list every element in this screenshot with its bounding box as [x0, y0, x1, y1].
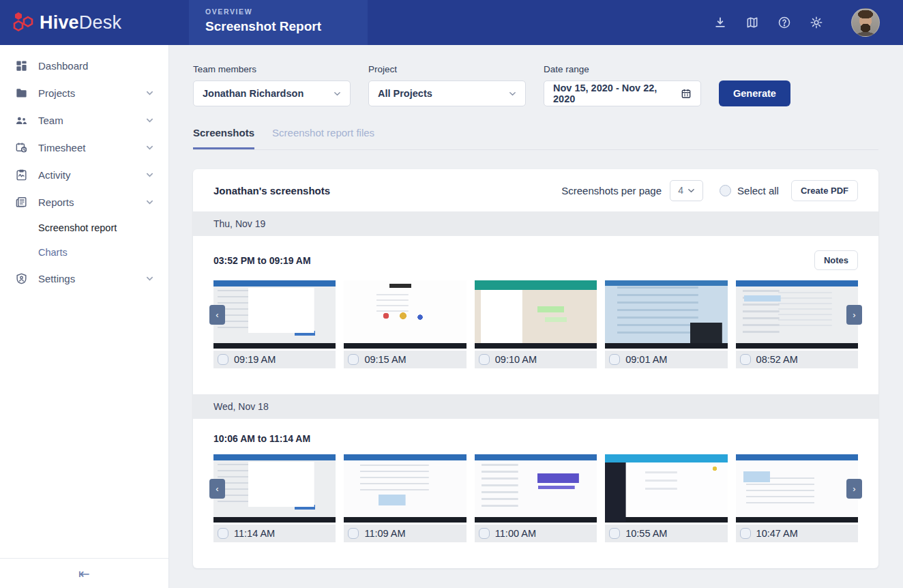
projects-folder-icon: [15, 87, 28, 100]
screenshot-checkbox[interactable]: [609, 528, 620, 539]
sidebar-item-timesheet[interactable]: Timesheet: [0, 134, 168, 161]
chevron-down-icon: [509, 90, 516, 98]
date-group-label: Thu, Nov 19: [213, 218, 265, 229]
screenshots-card: Jonathan's screenshots Screenshots per p…: [193, 169, 878, 568]
map-icon[interactable]: [745, 16, 759, 29]
calendar-icon: [681, 88, 692, 99]
select-all-checkbox[interactable]: [720, 185, 731, 196]
sidebar-item-reports[interactable]: Reports: [0, 188, 168, 216]
screenshot-time: 10:55 AM: [625, 528, 667, 539]
user-avatar[interactable]: [851, 8, 880, 37]
screenshots-row: 11:14 AM 11:09 AM 11: [213, 454, 858, 542]
screenshot-time: 11:09 AM: [364, 528, 405, 539]
screenshot-item: 09:10 AM: [475, 280, 597, 368]
screenshot-item: 08:52 AM: [736, 280, 858, 368]
tab-screenshots[interactable]: Screenshots: [193, 127, 254, 149]
screenshot-time-bar: 09:15 AM: [344, 351, 466, 368]
screenshot-thumbnail[interactable]: [736, 454, 858, 523]
sidebar-item-label: Settings: [38, 273, 75, 284]
per-page-label: Screenshots per page: [561, 185, 662, 196]
sidebar-subitem-label: Screenshot report: [38, 222, 117, 233]
chevron-down-icon: [146, 117, 153, 124]
screenshot-checkbox[interactable]: [740, 354, 751, 365]
help-icon[interactable]: [778, 16, 791, 29]
download-icon[interactable]: [713, 16, 727, 29]
screenshot-checkbox[interactable]: [348, 528, 359, 539]
date-range-input[interactable]: Nov 15, 2020 - Nov 22, 2020: [544, 80, 701, 106]
prev-screenshots-button[interactable]: ‹: [209, 479, 225, 499]
screenshot-checkbox[interactable]: [609, 354, 620, 365]
sidebar-item-projects[interactable]: Projects: [0, 79, 168, 106]
chevron-down-icon: [146, 275, 153, 282]
sidebar-item-activity[interactable]: Activity: [0, 161, 168, 188]
project-select[interactable]: All Projects: [368, 80, 526, 106]
chevron-down-icon: [146, 89, 153, 97]
tabs-divider: [193, 149, 878, 150]
screenshot-checkbox[interactable]: [348, 354, 359, 365]
sidebar-subitem-label: Charts: [38, 247, 68, 258]
screenshot-thumbnail[interactable]: [213, 454, 336, 523]
sidebar-item-settings[interactable]: Settings: [0, 265, 168, 292]
screenshot-thumbnail[interactable]: [605, 454, 727, 523]
notes-button[interactable]: Notes: [814, 250, 858, 270]
timesheet-icon: [15, 141, 28, 154]
per-page-value: 4: [678, 185, 683, 196]
per-page-select[interactable]: 4: [670, 180, 703, 201]
screenshot-checkbox[interactable]: [740, 528, 751, 539]
date-range-value: Nov 15, 2020 - Nov 22, 2020: [553, 83, 681, 104]
screenshot-checkbox[interactable]: [479, 354, 490, 365]
date-group-label: Wed, Nov 18: [213, 401, 269, 412]
screenshot-item: 10:47 AM: [736, 454, 858, 542]
screenshot-time: 08:52 AM: [756, 354, 798, 365]
screenshot-thumbnail[interactable]: [736, 280, 858, 349]
screenshot-time-bar: 11:00 AM: [475, 525, 597, 542]
screenshot-time-bar: 11:09 AM: [344, 525, 466, 542]
brand-name-bold: Hive: [40, 12, 79, 33]
sidebar-item-dashboard[interactable]: Dashboard: [0, 52, 168, 79]
screenshot-time-bar: 10:55 AM: [605, 525, 727, 542]
page-title-block: OVERVIEW Screenshot Report: [189, 0, 368, 45]
screenshot-checkbox[interactable]: [218, 354, 228, 365]
card-title: Jonathan's screenshots: [213, 185, 330, 196]
sidebar-item-label: Projects: [38, 87, 75, 99]
screenshot-thumbnail[interactable]: [475, 280, 597, 349]
sidebar: Dashboard Projects Team Timesheet: [0, 45, 169, 588]
screenshot-time: 10:47 AM: [756, 528, 798, 539]
screenshot-thumbnail[interactable]: [344, 280, 466, 349]
prev-screenshots-button[interactable]: ‹: [209, 305, 225, 325]
dashboard-icon: [15, 59, 28, 72]
screenshot-thumbnail[interactable]: [475, 454, 597, 523]
team-people-icon: [15, 114, 28, 127]
next-screenshots-button[interactable]: ›: [846, 479, 862, 499]
main-content: Team members Jonathan Richardson Project…: [169, 45, 903, 588]
settings-gear-icon[interactable]: [810, 16, 823, 29]
screenshot-time: 11:14 AM: [234, 528, 275, 539]
screenshot-time: 09:10 AM: [495, 354, 537, 365]
screenshot-thumbnail[interactable]: [213, 280, 336, 349]
screenshot-checkbox[interactable]: [218, 528, 228, 539]
select-all-control: Select all: [720, 185, 779, 196]
create-pdf-button[interactable]: Create PDF: [791, 180, 858, 201]
screenshot-time: 09:19 AM: [234, 354, 276, 365]
generate-button[interactable]: Generate: [719, 80, 790, 106]
sidebar-item-team[interactable]: Team: [0, 106, 168, 134]
team-members-select[interactable]: Jonathan Richardson: [193, 80, 351, 106]
page-title: Screenshot Report: [205, 19, 350, 34]
date-range-label: Date range: [544, 64, 701, 74]
screenshot-thumbnail[interactable]: [605, 280, 727, 349]
screenshot-thumbnail[interactable]: [344, 454, 466, 523]
tab-screenshot-report-files[interactable]: Screenshot report files: [272, 127, 374, 149]
collapse-sidebar-icon[interactable]: ⇤: [78, 567, 90, 580]
filters-bar: Team members Jonathan Richardson Project…: [193, 64, 878, 106]
sidebar-item-charts[interactable]: Charts: [0, 240, 168, 265]
chevron-down-icon: [146, 199, 153, 206]
screenshot-time: 09:01 AM: [625, 354, 667, 365]
sidebar-item-label: Dashboard: [38, 60, 88, 72]
sidebar-item-screenshot-report[interactable]: Screenshot report: [0, 216, 168, 240]
screenshot-checkbox[interactable]: [479, 528, 490, 539]
next-screenshots-button[interactable]: ›: [846, 305, 862, 325]
time-range-label: 03:52 PM to 09:19 AM: [213, 255, 311, 266]
sidebar-item-label: Reports: [38, 196, 74, 208]
settings-shield-icon: [15, 272, 28, 285]
brand-logo[interactable]: HiveDesk: [0, 11, 169, 34]
